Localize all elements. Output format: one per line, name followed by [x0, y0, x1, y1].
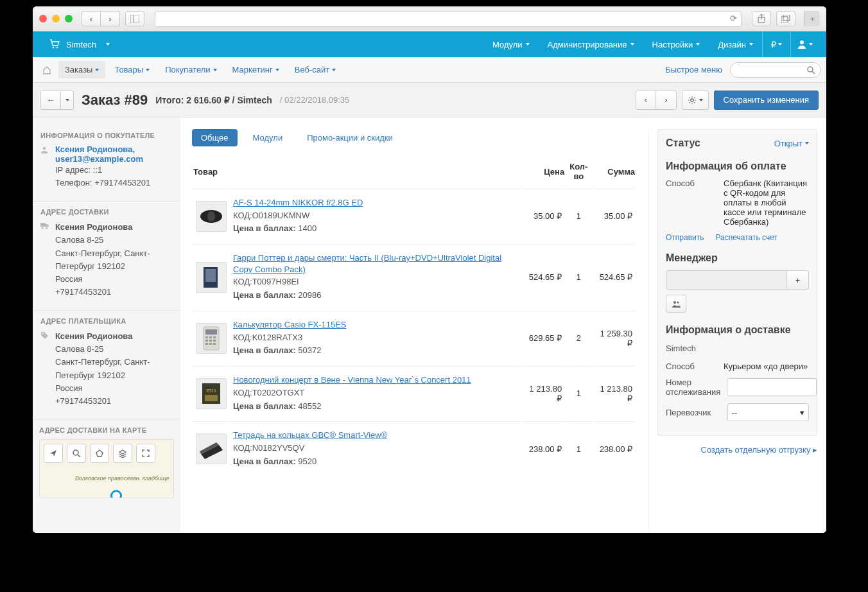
map[interactable]: Волковское православн. кладбище	[39, 439, 174, 498]
nav-modules[interactable]: Модули	[483, 31, 539, 57]
home-button[interactable]	[38, 61, 56, 79]
nav-website[interactable]: Веб-сайт	[288, 61, 342, 78]
gear-icon	[688, 96, 697, 105]
svg-point-15	[46, 227, 48, 229]
caret-down-icon	[696, 43, 700, 46]
carrier-select[interactable]: -- ▾	[727, 403, 809, 421]
map-draw-button[interactable]	[90, 444, 109, 463]
product-sum: 1 259.30 ₽	[593, 311, 635, 365]
nav-settings[interactable]: Настройки	[643, 31, 709, 57]
nav-customers[interactable]: Покупатели	[159, 61, 223, 78]
close-window-icon[interactable]	[39, 15, 47, 22]
browser-chrome: ‹ › ⟳ +	[33, 6, 826, 31]
svg-point-12	[43, 147, 46, 150]
product-points: Цена в баллах: 48552	[233, 401, 519, 413]
map-locate-button[interactable]	[44, 444, 63, 463]
user-dropdown[interactable]	[790, 31, 819, 57]
new-tab-button[interactable]: +	[804, 11, 820, 26]
customer-info-card: ИНФОРМАЦИЯ О ПОКУПАТЕЛЕ Ксения Родионова…	[33, 125, 180, 202]
product-qty: 1	[566, 366, 591, 420]
ship-country: Россия	[55, 274, 83, 284]
create-shipment-link[interactable]: Создать отдельную отгрузку ▸	[657, 445, 817, 455]
product-name-link[interactable]: Тетрадь на кольцах GBC® Smart-View®	[233, 430, 387, 440]
payment-info-title: Информация об оплате	[666, 161, 809, 172]
topbar: Simtech Модули Администрирование Настрой…	[33, 31, 826, 57]
back-dropdown-button[interactable]	[61, 91, 74, 110]
managers-list-button[interactable]	[666, 295, 686, 313]
product-name-link[interactable]: Гарри Поттер и дары смерти: Часть II (Bl…	[233, 253, 501, 274]
tabs-button[interactable]	[776, 11, 795, 26]
caret-down-icon	[778, 43, 782, 46]
svg-rect-37	[205, 395, 218, 401]
caret-down-icon	[106, 43, 110, 46]
truck-icon	[40, 222, 50, 299]
product-thumb	[196, 323, 227, 354]
map-layers-button[interactable]	[113, 444, 132, 463]
share-button[interactable]	[752, 11, 771, 26]
share-icon	[758, 14, 765, 23]
back-button[interactable]: ‹	[82, 11, 101, 26]
add-manager-button[interactable]: +	[787, 270, 809, 290]
table-row: Гарри Поттер и дары смерти: Часть II (Bl…	[193, 244, 635, 309]
tracking-input[interactable]	[727, 378, 817, 396]
product-name-link[interactable]: Калькулятор Casio FX-115ES	[233, 320, 347, 329]
customer-email-link[interactable]: user13@example.com	[55, 154, 143, 164]
quick-search-input[interactable]	[730, 62, 821, 78]
send-payment-link[interactable]: Отправить	[666, 233, 704, 242]
prev-order-button[interactable]: ‹	[636, 91, 656, 110]
save-button[interactable]: Сохранить изменения	[714, 91, 819, 110]
address-bar[interactable]: ⟳	[155, 11, 742, 27]
actions-gear-button[interactable]	[682, 91, 709, 110]
ship-city: Санкт-Петербург, Санкт-Петербург 192102	[55, 248, 150, 271]
svg-point-6	[53, 47, 55, 49]
nav-administration[interactable]: Администрирование	[539, 31, 643, 57]
svg-point-8	[800, 40, 804, 44]
customer-name-link[interactable]: Ксения Родионова,	[55, 144, 135, 154]
table-row: 2011 Новогодний концерт в Вене - Vienna …	[193, 366, 635, 420]
currency-dropdown[interactable]: ₽	[762, 31, 790, 57]
billing-address-title: АДРЕС ПЛАТЕЛЬЩИКА	[40, 317, 173, 325]
search-icon	[806, 65, 815, 74]
svg-text:2011: 2011	[206, 388, 216, 393]
print-invoice-link[interactable]: Распечатать счет	[716, 233, 777, 242]
svg-rect-29	[205, 340, 208, 342]
bill-name: Ксения Родионова	[55, 331, 132, 341]
product-price: 35.00 ₽	[523, 189, 564, 243]
product-sum: 35.00 ₽	[593, 189, 635, 243]
product-price: 238.00 ₽	[523, 421, 564, 475]
product-name-link[interactable]: Новогодний концерт в Вене - Vienna New Y…	[233, 375, 471, 385]
forward-button[interactable]: ›	[101, 11, 120, 26]
window-controls	[39, 15, 73, 22]
reload-icon[interactable]: ⟳	[730, 13, 737, 23]
map-title: АДРЕС ДОСТАВКИ НА КАРТЕ	[39, 426, 174, 434]
minimize-window-icon[interactable]	[52, 15, 60, 22]
table-row: AF-S 14-24mm NIKKOR f/2.8G ED КОД:O0189U…	[193, 189, 635, 243]
quick-menu-link[interactable]: Быстрое меню	[665, 65, 722, 74]
tab-modules[interactable]: Модули	[244, 129, 292, 146]
th-sum: Сумма	[593, 162, 635, 187]
product-price: 524.65 ₽	[523, 244, 564, 309]
brand-dropdown[interactable]: Simtech	[40, 31, 119, 57]
status-dropdown[interactable]: Открыт	[774, 139, 809, 148]
expand-icon	[141, 449, 150, 458]
tab-general[interactable]: Общее	[192, 129, 238, 146]
manager-input[interactable]	[666, 270, 787, 290]
svg-line-18	[78, 455, 80, 457]
sidebar-toggle-button[interactable]	[125, 11, 144, 26]
caret-down-icon	[146, 69, 150, 71]
billing-address-card: АДРЕС ПЛАТЕЛЬЩИКА Ксения Родионова Салов…	[33, 311, 180, 420]
next-order-button[interactable]: ›	[656, 91, 677, 110]
caret-down-icon	[699, 99, 703, 101]
tab-promotions[interactable]: Промо-акции и скидки	[298, 129, 402, 146]
maximize-window-icon[interactable]	[65, 15, 73, 22]
map-fullscreen-button[interactable]	[136, 444, 155, 463]
caret-down-icon	[805, 142, 809, 144]
nav-products[interactable]: Товары	[108, 61, 156, 78]
nav-orders[interactable]: Заказы	[58, 61, 105, 78]
product-name-link[interactable]: AF-S 14-24mm NIKKOR f/2.8G ED	[233, 198, 363, 207]
product-thumb	[196, 201, 227, 232]
map-search-button[interactable]	[67, 444, 86, 463]
back-to-list-button[interactable]: ←	[40, 91, 61, 110]
nav-marketing[interactable]: Маркетинг	[226, 61, 286, 78]
nav-design[interactable]: Дизайн	[709, 31, 762, 57]
